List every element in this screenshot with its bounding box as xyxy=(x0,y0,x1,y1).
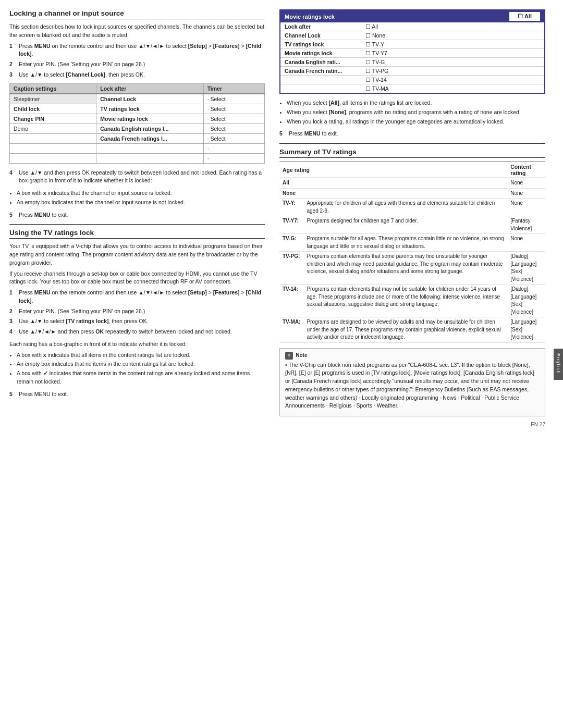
step2-5: 5 Press MENU to exit. xyxy=(9,390,265,399)
cell-empty3 xyxy=(10,153,96,163)
section1-steps2: 4 Use ▲/▼ and then press OK repeatedly t… xyxy=(9,169,265,186)
row-label: TV ratings lock xyxy=(285,41,365,47)
col-c-header: Timer xyxy=(203,83,264,94)
section2-para4: Each rating has a box-graphic in front o… xyxy=(9,340,265,349)
step-text: Press MENU to exit. xyxy=(289,130,338,138)
desc-cell: Programs contain elements that some pare… xyxy=(303,252,507,285)
row-value: ☐ TV-Y xyxy=(365,41,384,47)
cell-empty-b2 xyxy=(96,153,203,163)
age-cell: All xyxy=(279,178,303,189)
cell-tv-ratings: TV ratings lock xyxy=(96,104,203,114)
right-step5: 5 Press MENU to exit. xyxy=(279,130,545,138)
cell-movie-ratings: Movie ratings lock xyxy=(96,114,203,124)
step-num: 5 xyxy=(9,390,16,399)
content-cell: [Dialog][Language][Sex][Violence] xyxy=(507,285,545,317)
desc-cell: Programs designed for children age 7 and… xyxy=(303,216,507,234)
content-cell: [Language][Sex][Violence] xyxy=(507,317,545,343)
step-text: Press MENU on the remote control and the… xyxy=(19,289,265,305)
step2-4: 4 Use ▲/▼/◄/► and then press OK repeated… xyxy=(9,328,265,336)
ratings-menu-row: Lock after ☐ All xyxy=(280,22,544,31)
section1-intro: This section describes how to lock input… xyxy=(9,23,265,40)
list-item: A box with x indicates that all items in… xyxy=(17,351,265,360)
section1-title: Locking a channel or input source xyxy=(9,9,265,19)
row-label xyxy=(285,85,365,92)
step-4: 4 Use ▲/▼ and then press OK repeatedly t… xyxy=(9,169,265,186)
list-item: An empty box indicates that the channel … xyxy=(17,199,265,207)
col-a-header: Caption settings xyxy=(10,83,96,94)
row-value: ☐ TV-G xyxy=(365,59,385,65)
page-footer: EN 27 xyxy=(279,422,545,427)
content-cell: None xyxy=(507,199,545,216)
content-cell: None xyxy=(507,188,545,199)
note-text: • The V-Chip can block non rated program… xyxy=(285,361,540,411)
table-row: TV-Y7: Programs designed for children ag… xyxy=(279,216,545,234)
right-column: Movie ratings lock ☐ All Lock after ☐ Al… xyxy=(279,9,545,719)
step-text: Use ▲/▼ and then press OK repeatedly to … xyxy=(19,169,265,186)
cell-select: · Select xyxy=(203,133,264,143)
content-cell: None xyxy=(507,234,545,252)
row-label: Canada French ratin... xyxy=(285,68,365,74)
col-b-header: Lock after xyxy=(96,83,203,94)
table-row: None None xyxy=(279,188,545,199)
ratings-menu-header-value: ☐ All xyxy=(509,12,540,21)
left-column: Locking a channel or input source This s… xyxy=(9,9,265,719)
age-rating-header: Age rating xyxy=(279,162,507,178)
step-text: Enter your PIN. (See 'Setting your PIN' … xyxy=(19,60,145,69)
row-value: ☐ TV-14 xyxy=(365,77,387,83)
table-row: All None xyxy=(279,178,545,189)
table-row: TV-G: Programs suitable for all ages. Th… xyxy=(279,234,545,252)
cell-demo: Demo xyxy=(10,124,96,133)
step-text: Press MENU to exit. xyxy=(19,390,68,399)
desc-cell xyxy=(303,178,507,189)
step-num: 5 xyxy=(279,130,286,138)
menu-table-header: Caption settings Lock after Timer xyxy=(10,83,265,94)
cell-select: · Select xyxy=(203,104,264,114)
cell-canada-french: Canada French ratings l... xyxy=(96,133,203,143)
step-num: 5 xyxy=(9,211,16,219)
row-value: ☐ None xyxy=(365,32,385,39)
cell-select: · Select xyxy=(203,94,264,104)
cell-channel-lock: Channel Lock xyxy=(96,94,203,104)
desc-cell: Appropriate for children of all ages wit… xyxy=(303,199,507,216)
cell-child-lock: Child lock xyxy=(10,104,96,114)
cell-select: · Select xyxy=(203,114,264,124)
age-cell: TV-MA: xyxy=(279,317,303,343)
note-header: ≡ Note xyxy=(285,352,540,360)
cell-sleeptimer: Sleeptimer xyxy=(10,94,96,104)
list-item: A box with ✓ indicates that some items i… xyxy=(17,369,265,386)
age-cell: None xyxy=(279,188,303,199)
section2-intro1: Your TV is equipped with a V-chip that a… xyxy=(9,242,265,267)
note-icon: ≡ xyxy=(285,352,293,360)
table-row: TV-PG: Programs contain elements that so… xyxy=(279,252,545,285)
summary-title: Summary of TV ratings xyxy=(279,148,545,158)
list-item: When you lock a rating, all ratings in t… xyxy=(287,118,545,126)
ratings-menu-row: ☐ TV-14 xyxy=(280,76,544,84)
step-3: 3 Use ▲/▼ to select [Channel Lock], then… xyxy=(9,71,265,79)
table-row: Change PIN Movie ratings lock · Select xyxy=(10,114,265,124)
step-text: Use ▲/▼/◄/► and then press OK repeatedly… xyxy=(19,328,232,336)
list-item: When you select [None], programs with no… xyxy=(287,108,545,117)
desc-cell: Programs suitable for all ages. These pr… xyxy=(303,234,507,252)
step-text: Enter your PIN. (See 'Setting your PIN' … xyxy=(19,307,145,316)
age-cell: TV-PG: xyxy=(279,252,303,285)
footer-text: EN 27 xyxy=(531,422,545,427)
content-rating-header: Content rating xyxy=(507,162,545,178)
ratings-menu-row: Movie ratings lock ☐ TV-Y7 xyxy=(280,49,544,58)
section2-bullets: A box with x indicates that all items in… xyxy=(17,351,265,386)
step-num: 3 xyxy=(9,71,16,79)
content-cell: [Dialog][Language][Sex][Violence] xyxy=(507,252,545,285)
table-row: Child lock TV ratings lock · Select xyxy=(10,104,265,114)
step-text: Press MENU to exit. xyxy=(19,211,68,219)
list-item: An empty box indicates that no items in … xyxy=(17,360,265,368)
main-content: Locking a channel or input source This s… xyxy=(0,0,563,728)
cell-change-pin: Change PIN xyxy=(10,114,96,124)
age-cell: TV-14: xyxy=(279,285,303,317)
page: Locking a channel or input source This s… xyxy=(0,0,563,728)
summary-table: Age rating Content rating All None None … xyxy=(279,162,545,343)
desc-cell: Programs are designed to be viewed by ad… xyxy=(303,317,507,343)
cell-select: · Select xyxy=(203,124,264,133)
step-1: 1 Press MENU on the remote control and t… xyxy=(9,42,265,59)
list-item: A box with x indicates that the channel … xyxy=(17,189,265,198)
ratings-menu-row: Canada French ratin... ☐ TV-PG xyxy=(280,67,544,76)
step-num: 4 xyxy=(9,169,16,186)
